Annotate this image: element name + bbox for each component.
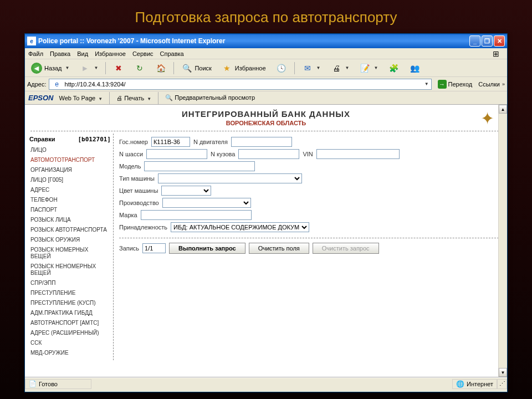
vin-input[interactable] (316, 149, 400, 159)
sidebar-list: ЛИЦОАВТОМОТОТРАНСПОРТОРГАНИЗАЦИЯЛИЦО [Г0… (29, 145, 111, 358)
status-bar: 📄 Готово 🌐 Интернет ⋰ (25, 377, 507, 390)
back-button[interactable]: ◄ Назад ▼ (27, 61, 73, 75)
browser-window: e Police portal :: Voronezh '2007 - Micr… (24, 33, 508, 392)
sidebar-item[interactable]: СПР/ЭПП (29, 278, 111, 288)
sidebar-item[interactable]: РОЗЫСК НЕНОМЕРНЫХ ВЕЩЕЙ (29, 262, 111, 278)
sidebar-item[interactable]: ПРЕСТУПЛЕНИЕ (КУСП) (29, 298, 111, 308)
chevron-down-icon: ▼ (94, 65, 98, 70)
expand-chevron-icon[interactable]: » (502, 81, 505, 87)
vertical-scrollbar[interactable]: ▲ ▼ (498, 105, 507, 377)
sidebar-item[interactable]: РОЗЫСК АВТОТРАНСПОРТА (29, 225, 111, 235)
search-label: Поиск (195, 65, 211, 71)
resize-grip[interactable]: ⋰ (497, 379, 507, 389)
sidebar-item[interactable]: ЛИЦО [Г005] (29, 175, 111, 185)
go-icon: → (438, 80, 447, 89)
chassis-input[interactable] (146, 149, 207, 159)
edit-button[interactable]: 📝▼ (355, 61, 382, 75)
edit-icon: 📝 (359, 63, 370, 74)
menu-edit[interactable]: Правка (50, 50, 70, 57)
menu-tools[interactable]: Сервис (132, 50, 154, 57)
sidebar-item[interactable]: ЛИЦО (29, 145, 111, 155)
address-label: Адрес: (27, 81, 47, 88)
search-button[interactable]: 🔍 Поиск (177, 61, 215, 75)
manuf-select[interactable] (162, 198, 251, 208)
favorites-button[interactable]: ★ Избранное (218, 61, 270, 75)
go-button[interactable]: → Переход (434, 79, 477, 90)
chassis-label: N шасси (119, 151, 143, 157)
close-button[interactable]: ✕ (494, 35, 505, 47)
sidebar-item[interactable]: АВТОТРАНСПОРТ [АМТС] (29, 318, 111, 328)
sidebar-item[interactable]: РОЗЫСК НОМЕРНЫХ ВЕЩЕЙ (29, 245, 111, 262)
brand-input[interactable] (141, 210, 252, 220)
sidebar-item[interactable]: ССК (29, 338, 111, 348)
menu-file[interactable]: Файл (28, 50, 43, 57)
epson-print-button[interactable]: 🖨 Печать ▼ (116, 95, 151, 101)
status-ready: 📄 Готово (25, 379, 91, 389)
sidebar-item[interactable]: АДРЕС (РАСШИРЕННЫЙ) (29, 328, 111, 338)
minimize-button[interactable]: _ (469, 35, 480, 47)
sidebar-item[interactable]: ПРЕСТУПЛЕНИЕ (29, 288, 111, 298)
maximize-button[interactable]: ❐ (482, 35, 493, 47)
mail-button[interactable]: ✉▼ (298, 61, 325, 75)
home-icon: 🏠 (155, 63, 166, 74)
sidebar-item[interactable]: ОРГАНИЗАЦИЯ (29, 165, 111, 175)
sidebar-item[interactable]: АВТОМОТОТРАНСПОРТ (29, 155, 111, 165)
page-title: ИНТЕГРИРОВАННЫЙ БАНК ДАННЫХ (25, 109, 507, 119)
execute-query-button[interactable]: Выполнить запрос (169, 243, 245, 254)
scroll-down-button[interactable]: ▼ (499, 368, 507, 377)
menu-favorites[interactable]: Избранное (95, 50, 126, 57)
links-label[interactable]: Ссылки (478, 81, 500, 88)
record-input[interactable] (142, 243, 166, 253)
tool-icon: 🧩 (388, 63, 399, 74)
menubar: Файл Правка Вид Избранное Сервис Справка… (25, 48, 507, 59)
page-header: ИНТЕГРИРОВАННЫЙ БАНК ДАННЫХ ВОРОНЕЖСКАЯ … (25, 105, 507, 129)
printer-icon: 🖨 (331, 63, 342, 74)
clear-fields-button[interactable]: Очистить поля (249, 243, 309, 254)
sidebar-item[interactable]: ТЕЛЕФОН (29, 195, 111, 205)
extra-button-2[interactable]: 👥 (405, 61, 424, 75)
engine-input[interactable] (231, 137, 292, 147)
clear-query-button[interactable]: Очистить запрос (313, 243, 379, 254)
query-form: Гос.номер N двигателя N шасси N кузова V… (114, 134, 507, 360)
history-button[interactable]: 🕓 (272, 61, 291, 75)
epson-toolbar: EPSON Web To Page ▼ 🖨 Печать ▼ 🔍 Предвар… (25, 91, 507, 105)
owner-select[interactable]: ИБД: АКТУАЛЬНОЕ СОДЕРЖИМОЕ ДОКУМЕНТА (171, 222, 309, 232)
webtopage-button[interactable]: Web To Page ▼ (59, 95, 103, 101)
page-icon: 📄 (29, 380, 37, 387)
sidebar-item[interactable]: РОЗЫСК ОРУЖИЯ (29, 235, 111, 245)
star-icon: ★ (222, 63, 233, 74)
sidebar-item[interactable]: АДРЕС (29, 185, 111, 195)
print-button[interactable]: 🖨▼ (327, 61, 354, 75)
color-label: Цвет машины (119, 187, 158, 194)
model-input[interactable] (144, 161, 255, 171)
refresh-button[interactable]: ↻ (130, 61, 149, 75)
titlebar: e Police portal :: Voronezh '2007 - Micr… (25, 34, 507, 48)
address-input[interactable]: e http://10.24.4.13:9204/ ▼ (49, 79, 432, 90)
epson-preview-button[interactable]: 🔍 Предварительный просмотр (165, 94, 255, 101)
body-input[interactable] (238, 149, 299, 159)
sidebar-item[interactable]: АДМ.ПРАКТИКА ГИБДД (29, 308, 111, 318)
menu-view[interactable]: Вид (77, 50, 88, 57)
gosnomer-input[interactable] (151, 137, 190, 147)
color-select[interactable] (161, 186, 211, 196)
menu-help[interactable]: Справка (160, 50, 184, 57)
type-select[interactable] (158, 173, 302, 183)
back-icon: ◄ (31, 63, 42, 74)
chevron-down-icon[interactable]: ▼ (424, 81, 429, 86)
globe-icon: 🌐 (456, 380, 464, 388)
separator (109, 92, 110, 104)
stop-button[interactable]: ✖ (109, 61, 128, 75)
extra-button-1[interactable]: 🧩 (384, 61, 403, 75)
forward-button[interactable]: ► ▼ (75, 61, 102, 75)
brand-label: Марка (119, 212, 137, 218)
body-label: N кузова (211, 151, 235, 157)
scroll-up-button[interactable]: ▲ (499, 105, 507, 114)
sidebar-code: [b012701] (78, 136, 111, 143)
separator (105, 62, 106, 74)
home-button[interactable]: 🏠 (151, 61, 170, 75)
separator (294, 62, 295, 74)
sidebar-item[interactable]: МВД-ОРУЖИЕ (29, 348, 111, 358)
slide-title: Подготовка запроса по автотранспорту (0, 0, 532, 30)
sidebar-item[interactable]: РОЗЫСК ЛИЦА (29, 215, 111, 225)
sidebar-item[interactable]: ПАСПОРТ (29, 205, 111, 215)
